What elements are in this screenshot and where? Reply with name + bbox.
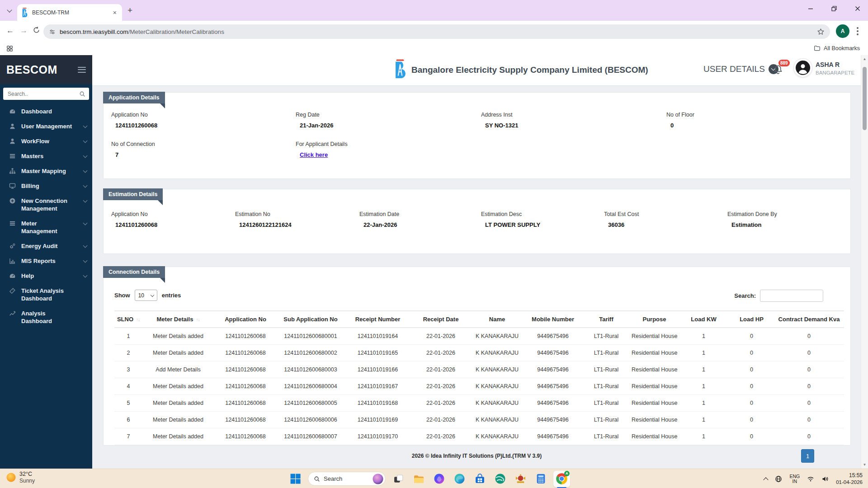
window-close-button[interactable] — [852, 3, 863, 14]
browser-tab[interactable]: BESCOM-TRM × — [17, 4, 122, 21]
gauge-icon — [9, 108, 16, 115]
tab-search-button[interactable] — [4, 5, 15, 16]
column-header[interactable]: Mobile Number — [524, 311, 582, 328]
sidebar-item[interactable]: Billing — [0, 178, 92, 193]
sidebar-item[interactable]: Ticket Analysis Dashboard — [0, 283, 92, 306]
scroll-down-icon[interactable]: ▼ — [861, 463, 868, 467]
weather-widget[interactable]: 32°C Sunny — [6, 471, 35, 484]
forward-button[interactable]: → — [20, 26, 28, 35]
url-bar[interactable]: bescom.trm.ieasybill.com/MeterCalibratio… — [43, 24, 830, 39]
sidebar-item[interactable]: New Connection Management — [0, 193, 92, 216]
vertical-scrollbar[interactable]: ▲ ▼ — [861, 55, 868, 469]
cell-contract-demand-kva: 0 — [774, 345, 844, 361]
all-bookmarks-button[interactable]: All Bookmarks — [814, 45, 860, 52]
column-header[interactable]: Name — [470, 311, 524, 328]
taskbar-app-button[interactable] — [533, 471, 548, 487]
sidebar-item[interactable]: Help — [0, 268, 92, 283]
tray-time: 15:55 — [849, 472, 863, 479]
browser-menu-icon[interactable] — [857, 27, 859, 29]
sidebar-item[interactable]: User Management — [0, 119, 92, 134]
browser-toolbar: ← → bescom.trm.ieasybill.com/MeterCalibr… — [0, 21, 868, 42]
column-header[interactable]: Load KW — [678, 311, 729, 328]
page-size-control: Show 10 entries — [114, 290, 181, 301]
taskbar-app-button[interactable] — [411, 471, 426, 487]
hamburger-icon[interactable] — [78, 65, 86, 74]
column-header[interactable]: Receipt Date — [411, 311, 470, 328]
bookmark-star-icon[interactable] — [817, 28, 825, 36]
sidebar-search-input[interactable] — [7, 90, 76, 98]
cell-sub-application-no: 12411012600680002 — [277, 345, 344, 361]
meter-details-link[interactable]: Add Meter Details — [142, 361, 214, 378]
user-avatar[interactable] — [794, 59, 812, 77]
table-search-input[interactable] — [760, 290, 823, 302]
clock-widget[interactable]: 15:55 01-04-2026 — [836, 472, 863, 486]
bing-daily-image[interactable] — [373, 474, 383, 484]
globe-icon[interactable] — [775, 475, 782, 483]
column-header[interactable]: Load HP — [729, 311, 774, 328]
column-header[interactable]: Purpose — [631, 311, 678, 328]
field-value[interactable]: Click here — [296, 151, 481, 158]
govt-emblem-icon — [515, 473, 526, 484]
sidebar-item[interactable]: Energy Audit — [0, 239, 92, 253]
meter-details-link[interactable]: Meter Details added — [142, 428, 214, 445]
taskbar-search[interactable]: Search — [308, 472, 386, 486]
language-indicator[interactable]: ENG IN — [789, 474, 800, 484]
column-header[interactable]: Tariff — [582, 311, 631, 328]
reload-button[interactable] — [33, 26, 40, 34]
pagination-page-1[interactable]: 1 — [801, 449, 814, 463]
apps-grid-icon[interactable] — [6, 45, 13, 52]
back-button[interactable]: ← — [6, 26, 14, 35]
start-button[interactable] — [288, 471, 303, 487]
user-icon — [9, 138, 16, 145]
sort-icon[interactable] — [136, 317, 140, 322]
cell-mobile: 9449675496 — [524, 428, 582, 445]
meter-details-link[interactable]: Meter Details added — [142, 412, 214, 428]
chrome-taskbar-button[interactable]: A — [553, 471, 570, 487]
window-minimize-button[interactable] — [805, 3, 816, 14]
sidebar-item[interactable]: Masters — [0, 149, 92, 164]
sidebar-item[interactable]: Meter Management — [0, 216, 92, 239]
taskbar-app-button[interactable] — [391, 471, 406, 487]
user-details-dropdown[interactable]: USER DETAILS — [703, 64, 778, 74]
scroll-up-icon[interactable]: ▲ — [861, 57, 868, 61]
taskbar-app-button[interactable] — [452, 471, 467, 487]
meter-details-link[interactable]: Meter Details added — [142, 345, 214, 361]
wifi-icon[interactable] — [807, 475, 814, 483]
volume-icon[interactable] — [821, 475, 829, 483]
notification-badge: 889 — [778, 60, 790, 66]
column-header[interactable]: Application No — [214, 311, 277, 328]
tab-close-icon[interactable]: × — [111, 9, 118, 16]
sidebar-item[interactable]: Master Mapping — [0, 164, 92, 178]
cell-name: K KANAKARAJU — [470, 361, 524, 378]
column-header[interactable]: Sub Application No — [277, 311, 344, 328]
taskbar-app-button[interactable] — [472, 471, 487, 487]
browser-profile-avatar[interactable]: A — [836, 24, 849, 38]
table-row: 6 Meter Details added 1241101260068 1241… — [114, 412, 844, 428]
field-value: 0 — [666, 122, 846, 129]
connection-details-card: Connection Details Show 10 entries Searc… — [103, 267, 851, 446]
chevron-down-icon — [83, 169, 88, 173]
site-settings-icon[interactable] — [49, 28, 56, 35]
search-icon[interactable] — [79, 91, 85, 97]
meter-details-link[interactable]: Meter Details added — [142, 378, 214, 395]
tray-chevron-up-icon[interactable] — [764, 477, 769, 482]
taskbar-app-button[interactable] — [431, 471, 447, 487]
sidebar-item[interactable]: MIS Reports — [0, 253, 92, 268]
sidebar-item[interactable]: Analysis Dashboard — [0, 306, 92, 328]
sidebar-item[interactable]: WorkFlow — [0, 134, 92, 149]
column-header[interactable]: Meter Details — [142, 311, 214, 328]
column-header[interactable]: SLNO — [114, 311, 142, 328]
notifications-button[interactable]: 889 — [772, 61, 794, 81]
meter-details-link[interactable]: Meter Details added — [142, 328, 214, 345]
column-header[interactable]: Contract Demand Kva — [774, 311, 844, 328]
scrollbar-thumb[interactable] — [863, 67, 867, 130]
new-tab-button[interactable]: + — [127, 5, 132, 15]
taskbar-app-button[interactable] — [513, 471, 528, 487]
taskbar-app-button[interactable] — [492, 471, 508, 487]
column-header[interactable]: Receipt Number — [344, 311, 411, 328]
sidebar-item[interactable]: Dashboard — [0, 104, 92, 119]
page-size-select[interactable]: 10 — [135, 290, 157, 301]
window-restore-button[interactable] — [828, 3, 840, 14]
sort-icon[interactable] — [196, 317, 199, 322]
meter-details-link[interactable]: Meter Details added — [142, 395, 214, 412]
